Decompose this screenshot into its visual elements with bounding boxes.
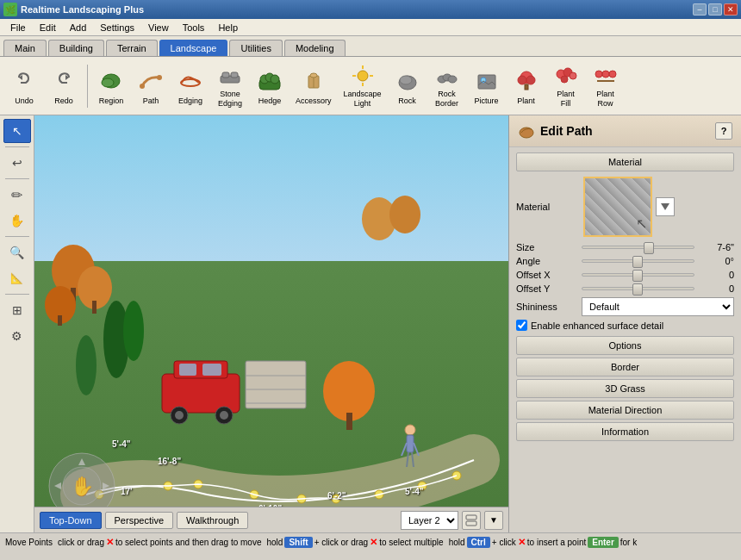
- size-slider[interactable]: [582, 246, 694, 249]
- tool-pencil[interactable]: ✏: [3, 183, 31, 207]
- canvas-bottom: Top-Down Perspective Walkthrough Layer 2…: [34, 507, 508, 532]
- offset-y-slider[interactable]: [582, 287, 694, 290]
- toolbar-accessory[interactable]: Accessory: [290, 61, 337, 111]
- toolbar-rock[interactable]: Rock: [389, 61, 427, 111]
- toolbar-path[interactable]: Path: [132, 61, 170, 111]
- angle-slider[interactable]: [582, 259, 694, 263]
- shift-key: Shift: [284, 537, 312, 548]
- tab-modeling[interactable]: Modeling: [284, 40, 346, 56]
- rock-border-icon: [433, 64, 461, 88]
- plant-row-icon: [592, 64, 620, 88]
- toolbar-picture[interactable]: Picture: [468, 61, 506, 111]
- menu-tools[interactable]: Tools: [176, 21, 212, 34]
- status-for-k: for k: [620, 538, 637, 547]
- toolbar-undo[interactable]: Undo: [5, 61, 43, 111]
- layer-select[interactable]: Layer 2 Layer 1 Layer 3: [401, 511, 458, 530]
- border-btn[interactable]: Border: [516, 358, 734, 376]
- menubar: File Edit Add Settings View Tools Help: [0, 19, 741, 36]
- material-section-btn[interactable]: Material: [516, 152, 734, 171]
- offset-y-thumb[interactable]: [632, 283, 643, 296]
- view-perspective[interactable]: Perspective: [105, 512, 173, 529]
- tab-main[interactable]: Main: [3, 40, 47, 56]
- menu-file[interactable]: File: [3, 21, 33, 34]
- menu-help[interactable]: Help: [211, 21, 245, 34]
- offset-x-label: Offset X: [516, 270, 576, 280]
- menu-add[interactable]: Add: [63, 21, 94, 34]
- tool-zoom[interactable]: 🔍: [3, 240, 31, 264]
- menu-edit[interactable]: Edit: [33, 21, 63, 34]
- menu-view[interactable]: View: [141, 21, 176, 34]
- tab-terrain[interactable]: Terrain: [106, 40, 158, 56]
- magnet-icon: ⚙: [11, 329, 22, 343]
- enter-key: Enter: [588, 537, 619, 548]
- toolbar-rock-border[interactable]: RockBorder: [428, 61, 466, 111]
- toolbar-redo[interactable]: Redo: [45, 61, 83, 111]
- toolbar-plant[interactable]: Plant: [507, 61, 545, 111]
- sidebar-sep-3: [5, 236, 29, 237]
- tool-undo[interactable]: ↩: [3, 151, 31, 175]
- svg-point-26: [448, 76, 457, 83]
- region-icon: [97, 67, 125, 95]
- edit-path-label: Edit Path: [540, 124, 593, 138]
- help-button[interactable]: ?: [715, 122, 732, 140]
- maximize-button[interactable]: □: [708, 3, 722, 16]
- tool-hand[interactable]: ✋: [3, 208, 31, 233]
- view-walkthrough[interactable]: Walkthrough: [177, 512, 248, 529]
- tool-magnet[interactable]: ⚙: [3, 324, 31, 348]
- material-dropdown-btn[interactable]: [656, 197, 675, 216]
- 3d-grass-btn[interactable]: 3D Grass: [516, 379, 734, 398]
- size-row: Size 7-6": [516, 242, 734, 252]
- material-direction-btn[interactable]: Material Direction: [516, 401, 734, 420]
- angle-row: Angle 0°: [516, 256, 734, 266]
- canvas-area[interactable]: 5'-4" 16'-8" 17' 6'-10" 6'-2" 9'-5" 7'-2…: [34, 115, 508, 532]
- options-btn[interactable]: Options: [516, 336, 734, 355]
- svg-point-75: [175, 411, 184, 420]
- toolbar-plant-fill[interactable]: PlantFill: [547, 61, 585, 111]
- layer-icon-btn-1[interactable]: [462, 511, 481, 530]
- toolbar-region[interactable]: Region: [92, 61, 130, 111]
- minimize-button[interactable]: –: [693, 3, 707, 16]
- svg-rect-8: [222, 72, 229, 78]
- tab-landscape[interactable]: Landscape: [159, 40, 228, 56]
- svg-rect-98: [466, 521, 476, 526]
- accessory-label: Accessory: [296, 96, 332, 105]
- view-topdown[interactable]: Top-Down: [40, 512, 102, 529]
- svg-rect-44: [92, 301, 97, 314]
- stone-edging-icon: [216, 64, 244, 88]
- svg-rect-89: [346, 413, 352, 430]
- toolbar-landscape-light[interactable]: LandscapeLight: [339, 61, 387, 111]
- offset-x-thumb[interactable]: [632, 270, 643, 282]
- hand-icon: ✋: [9, 214, 24, 227]
- landscape-light-label: LandscapeLight: [344, 90, 382, 109]
- svg-point-49: [123, 301, 144, 361]
- undo-icon: [10, 67, 38, 95]
- tool-grid[interactable]: ⊞: [3, 298, 31, 322]
- material-preview[interactable]: ↖: [583, 177, 652, 237]
- tool-measure[interactable]: 📐: [3, 266, 31, 290]
- offset-x-slider[interactable]: [582, 273, 694, 277]
- tab-utilities[interactable]: Utilities: [229, 40, 282, 56]
- tool-select[interactable]: ↖: [3, 119, 31, 143]
- layer-icon-btn-2[interactable]: ▼: [484, 511, 503, 530]
- tab-building[interactable]: Building: [48, 40, 104, 56]
- shininess-select[interactable]: Default Low Medium High: [582, 297, 734, 316]
- toolbar-stone-edging[interactable]: StoneEdging: [211, 61, 249, 111]
- close-button[interactable]: ✕: [724, 3, 738, 16]
- status-x-icon-1: ✕: [106, 537, 114, 548]
- menu-settings[interactable]: Settings: [93, 21, 141, 34]
- toolbar-hedge[interactable]: Hedge: [251, 61, 289, 111]
- svg-point-88: [323, 361, 375, 421]
- size-thumb[interactable]: [644, 242, 654, 254]
- information-btn[interactable]: Information: [516, 422, 734, 441]
- toolbar-plant-row[interactable]: PlantRow: [587, 61, 625, 111]
- svg-point-4: [140, 84, 145, 89]
- enhanced-surface-checkbox[interactable]: [516, 320, 527, 331]
- stone-edging-label: StoneEdging: [218, 90, 242, 109]
- material-label: Material: [516, 202, 576, 212]
- edging-label: Edging: [178, 96, 202, 105]
- right-panel: Edit Path ? Material Material ↖: [508, 115, 741, 532]
- material-row: Material ↖: [516, 177, 734, 237]
- toolbar-edging[interactable]: Edging: [171, 61, 209, 111]
- angle-thumb[interactable]: [632, 256, 643, 268]
- svg-text:✋: ✋: [71, 475, 95, 498]
